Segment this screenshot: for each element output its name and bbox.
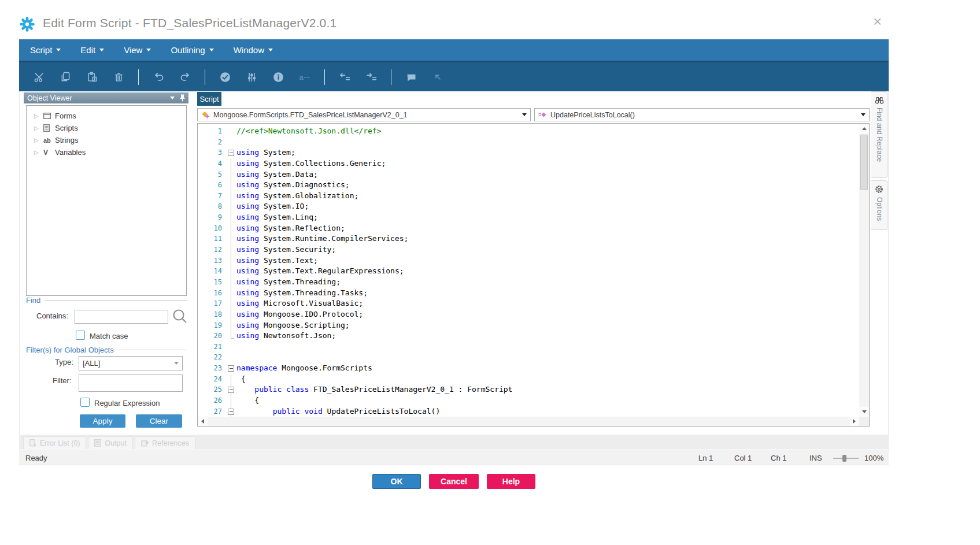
code-line[interactable]: 27 public void UpdatePriceListsToLocal() — [198, 406, 859, 417]
tree-item-strings[interactable]: ▷ ab Strings — [27, 134, 186, 146]
code-line[interactable]: 9using System.Linq; — [198, 212, 859, 223]
delete-button[interactable] — [112, 70, 125, 84]
ok-button[interactable]: OK — [372, 474, 421, 489]
code-line[interactable]: 13using System.Text; — [198, 255, 859, 266]
code-line[interactable]: 14using System.Text.RegularExpressions; — [198, 266, 859, 277]
code-line[interactable]: 25 public class FTD_SalesPriceListManage… — [198, 384, 859, 395]
contains-input[interactable] — [75, 310, 168, 324]
code-line[interactable]: 5using System.Data; — [198, 169, 859, 180]
code-line[interactable]: 17using Microsoft.VisualBasic; — [198, 298, 859, 309]
tab-script[interactable]: Script — [197, 92, 221, 106]
fold-toggle[interactable] — [227, 147, 236, 158]
code-line[interactable]: 12using System.Security; — [198, 244, 859, 255]
clear-button[interactable]: Clear — [136, 414, 182, 428]
code-line[interactable]: 22 — [198, 352, 859, 363]
apply-button[interactable]: Apply — [80, 414, 125, 428]
code-text: { — [236, 395, 259, 406]
tree-item-scripts[interactable]: ▷ Scripts — [27, 122, 186, 134]
cancel-button[interactable]: Cancel — [429, 474, 479, 489]
regular-expression-checkbox[interactable] — [80, 398, 90, 407]
tab-output[interactable]: Output — [88, 436, 133, 449]
tab-options[interactable]: Options — [871, 180, 887, 230]
settings-button[interactable] — [245, 70, 258, 84]
vertical-scroll-thumb[interactable] — [860, 135, 868, 190]
fold-toggle[interactable] — [227, 363, 236, 374]
tab-find-and-replace[interactable]: Find and Replace — [871, 91, 887, 178]
copy-button[interactable] — [58, 70, 72, 84]
code-line[interactable]: 6using System.Diagnostics; — [198, 180, 859, 191]
decrease-indent-button[interactable] — [338, 70, 352, 84]
zoom-slider[interactable] — [833, 458, 859, 459]
paste-button[interactable] — [85, 70, 99, 84]
menu-edit[interactable]: Edit — [80, 45, 104, 55]
menu-view[interactable]: View — [124, 45, 151, 55]
validate-button[interactable] — [218, 70, 232, 84]
filters-group-header: Filter(s) for Global Objects — [26, 346, 187, 354]
close-icon[interactable]: × — [873, 14, 882, 29]
code-editor[interactable]: 1//<ref>Newtonsoft.Json.dll</ref>23using… — [197, 123, 870, 427]
code-line[interactable]: 21 — [198, 342, 859, 353]
code-line[interactable]: 19using Mongoose.Scripting; — [198, 320, 859, 331]
tree-item-forms[interactable]: ▷ Forms — [27, 110, 186, 122]
fold-margin — [227, 320, 236, 331]
code-line[interactable]: 15using System.Threading; — [198, 277, 859, 288]
expand-arrow-icon[interactable]: ▷ — [34, 149, 43, 155]
code-line[interactable]: 11using System.Runtime.CompilerServices; — [198, 233, 859, 244]
comment-button[interactable] — [404, 70, 418, 84]
class-combo[interactable]: Mongoose.FormScripts.FTD_SalesPriceListM… — [197, 108, 531, 121]
expand-arrow-icon[interactable]: ▷ — [34, 113, 43, 119]
scroll-down-button[interactable] — [859, 407, 869, 417]
vertical-scrollbar[interactable] — [859, 124, 869, 417]
search-icon[interactable] — [171, 307, 188, 325]
code-line[interactable]: 18using Mongoose.IDO.Protocol; — [198, 309, 859, 320]
code-line[interactable]: 16using System.Threading.Tasks; — [198, 288, 859, 299]
horizontal-scrollbar[interactable] — [198, 417, 859, 426]
code-line[interactable]: 2 — [198, 137, 859, 148]
toolbar-separator — [324, 69, 325, 85]
menu-window[interactable]: Window — [234, 45, 273, 55]
fold-toggle[interactable] — [227, 384, 236, 395]
redo-button[interactable] — [178, 70, 192, 84]
increase-indent-button[interactable] — [364, 70, 378, 84]
method-combo[interactable]: UpdatePriceListsToLocal() — [534, 108, 870, 121]
fold-margin — [227, 395, 236, 406]
undo-button[interactable] — [151, 70, 165, 84]
line-number: 15 — [198, 277, 222, 288]
code-line[interactable]: 10using System.Reflection; — [198, 223, 859, 234]
scroll-right-button[interactable] — [849, 417, 859, 426]
code-line[interactable]: 4using System.Collections.Generic; — [198, 158, 859, 169]
pin-icon[interactable] — [180, 94, 185, 102]
expand-arrow-icon[interactable]: ▷ — [34, 125, 43, 131]
code-line[interactable]: 23namespace Mongoose.FormScripts — [198, 363, 859, 374]
line-number: 26 — [198, 395, 222, 406]
expand-arrow-icon[interactable]: ▷ — [34, 137, 43, 143]
code-line[interactable]: 20using Newtonsoft.Json; — [198, 331, 859, 342]
code-line[interactable]: 26 { — [198, 395, 859, 406]
menu-script[interactable]: Script — [30, 45, 61, 55]
scroll-left-button[interactable] — [198, 417, 208, 426]
code-line[interactable]: 8using System.IO; — [198, 201, 859, 212]
tab-error-list[interactable]: Error List (0) — [23, 436, 86, 449]
code-line[interactable]: 7using System.Globalization; — [198, 191, 859, 202]
tab-references[interactable]: References — [135, 436, 195, 449]
code-line[interactable]: 24 { — [198, 374, 859, 385]
zoom-slider-thumb[interactable] — [842, 455, 846, 462]
chevron-down-icon[interactable] — [170, 97, 175, 99]
match-case-checkbox[interactable] — [76, 331, 85, 340]
info-button[interactable] — [271, 70, 285, 84]
menu-outlining[interactable]: Outlining — [171, 45, 213, 55]
filter-input[interactable] — [79, 375, 183, 392]
type-select[interactable]: [ALL] — [79, 356, 183, 370]
scroll-up-button[interactable] — [859, 124, 869, 134]
status-line: Ln 1 — [698, 454, 713, 462]
code-line[interactable]: 1//<ref>Newtonsoft.Json.dll</ref> — [198, 126, 859, 137]
code-line[interactable]: 3using System; — [198, 147, 859, 158]
fold-margin — [227, 352, 236, 363]
abbreviation-button[interactable]: a-- — [298, 70, 312, 84]
fold-toggle[interactable] — [227, 406, 236, 417]
help-button[interactable]: Help — [487, 474, 535, 489]
uncomment-button[interactable] — [431, 70, 445, 84]
cut-button[interactable] — [32, 70, 46, 84]
tree-item-variables[interactable]: ▷ V Variables — [27, 146, 186, 158]
outdent-icon — [339, 71, 351, 83]
